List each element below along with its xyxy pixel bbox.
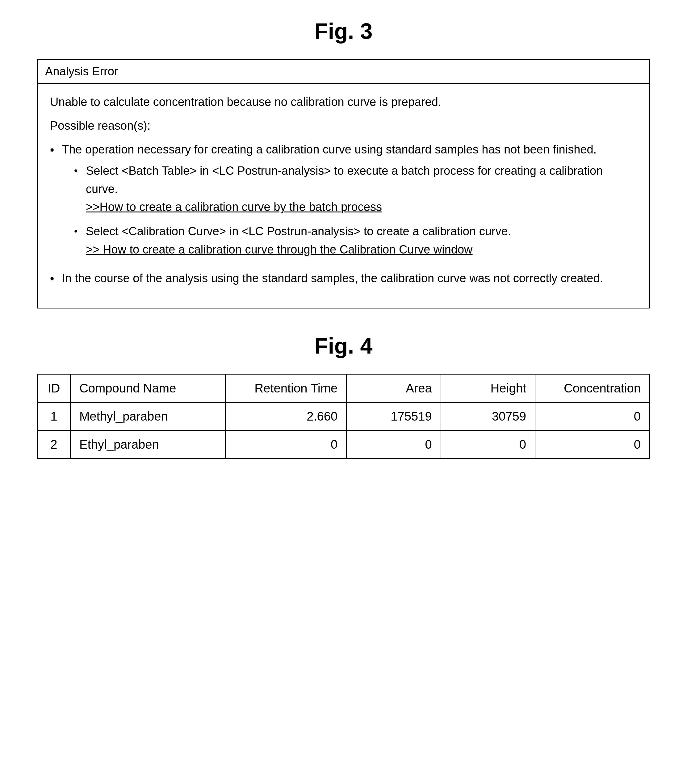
cell-concentration: 0	[535, 431, 650, 459]
table-row: 1 Methyl_paraben 2.660 175519 30759 0	[37, 402, 650, 431]
cell-area: 0	[347, 431, 440, 459]
cell-id: 2	[37, 431, 71, 459]
fig4-title: Fig. 4	[37, 333, 650, 358]
error-line2: Possible reason(s):	[50, 117, 637, 135]
cell-height: 30759	[441, 402, 535, 431]
bullet-text: In the course of the analysis using the …	[62, 269, 603, 288]
cell-concentration: 0	[535, 402, 650, 431]
sub-bullet-icon: •	[74, 224, 83, 239]
table-row: 2 Ethyl_paraben 0 0 0 0	[37, 431, 650, 459]
col-header-retention: Retention Time	[225, 374, 347, 402]
col-header-compound: Compound Name	[71, 374, 225, 402]
link-calibration-curve[interactable]: >> How to create a calibration curve thr…	[86, 240, 511, 259]
sub-item-content: Select <Batch Table> in <LC Postrun-anal…	[86, 162, 637, 217]
sub-item-content: Select <Calibration Curve> in <LC Postru…	[86, 222, 511, 259]
link-batch-process[interactable]: >>How to create a calibration curve by t…	[86, 198, 637, 216]
table-header-row: ID Compound Name Retention Time Area Hei…	[37, 374, 650, 402]
cell-retention: 2.660	[225, 402, 347, 431]
bullet-list: • The operation necessary for creating a…	[50, 140, 637, 288]
data-table: ID Compound Name Retention Time Area Hei…	[37, 374, 650, 459]
list-item: • Select <Calibration Curve> in <LC Post…	[74, 222, 637, 259]
bullet-item-content: The operation necessary for creating a c…	[62, 140, 637, 265]
col-header-id: ID	[37, 374, 71, 402]
fig4-section: Fig. 4 ID Compound Name Retention Time A…	[37, 333, 650, 459]
list-item: • The operation necessary for creating a…	[50, 140, 637, 265]
error-header: Analysis Error	[38, 60, 649, 84]
error-body: Unable to calculate concentration becaus…	[38, 84, 649, 308]
cell-height: 0	[441, 431, 535, 459]
bullet-icon: •	[50, 270, 59, 288]
cell-area: 175519	[347, 402, 440, 431]
list-item: • In the course of the analysis using th…	[50, 269, 637, 288]
col-header-concentration: Concentration	[535, 374, 650, 402]
col-header-area: Area	[347, 374, 440, 402]
cell-compound: Methyl_paraben	[71, 402, 225, 431]
sub-bullet-text: Select <Batch Table> in <LC Postrun-anal…	[86, 162, 637, 198]
error-line1: Unable to calculate concentration becaus…	[50, 93, 637, 111]
error-box: Analysis Error Unable to calculate conce…	[37, 59, 650, 309]
cell-retention: 0	[225, 431, 347, 459]
bullet-text: The operation necessary for creating a c…	[62, 143, 597, 156]
sub-bullet-text: Select <Calibration Curve> in <LC Postru…	[86, 222, 511, 240]
sub-bullet-icon: •	[74, 163, 83, 179]
sub-bullet-list: • Select <Batch Table> in <LC Postrun-an…	[74, 162, 637, 259]
fig3-title: Fig. 3	[37, 18, 650, 44]
bullet-icon: •	[50, 141, 59, 159]
list-item: • Select <Batch Table> in <LC Postrun-an…	[74, 162, 637, 217]
cell-id: 1	[37, 402, 71, 431]
cell-compound: Ethyl_paraben	[71, 431, 225, 459]
col-header-height: Height	[441, 374, 535, 402]
